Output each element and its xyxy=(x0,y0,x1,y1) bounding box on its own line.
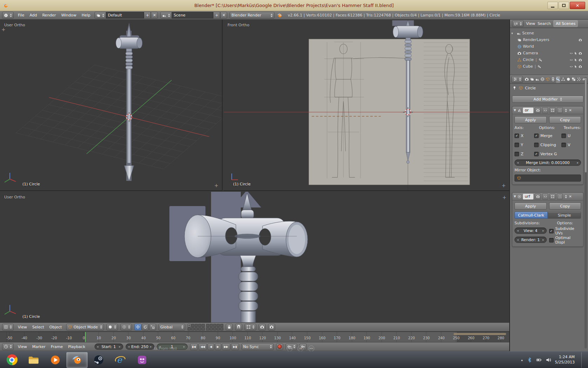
decrement-icon[interactable]: ◂ xyxy=(128,345,130,348)
menu-search[interactable]: Search xyxy=(538,21,551,26)
checkbox-texture-v[interactable]: V xyxy=(561,141,581,148)
decrement-icon[interactable]: ◂ xyxy=(517,238,519,241)
editor-type-button[interactable] xyxy=(2,343,14,350)
tab-render[interactable] xyxy=(524,76,529,83)
outliner-row-camera[interactable]: Camera xyxy=(511,50,587,56)
toggle-editmode-button[interactable] xyxy=(550,107,555,113)
toggle-render-button[interactable] xyxy=(535,107,541,113)
menu-item[interactable]: Marker xyxy=(32,345,46,349)
subsurf-modifier-header[interactable]: ▼ urf ✕ xyxy=(512,193,583,200)
volume-icon[interactable] xyxy=(546,357,551,363)
restrict-select-icon[interactable] xyxy=(574,52,578,55)
move-modifier-buttons[interactable] xyxy=(565,109,567,112)
playback-button[interactable]: ◀ xyxy=(208,343,214,350)
tab-constraints[interactable] xyxy=(551,76,555,83)
viewport-user-ortho-top[interactable]: User Ortho (1) Circle + + xyxy=(0,20,223,191)
restrict-select-icon[interactable] xyxy=(574,65,578,68)
mirror-modifier-header[interactable]: ▼ or ✕ xyxy=(512,107,583,114)
menu-item[interactable]: Help xyxy=(82,13,90,18)
minimize-button[interactable] xyxy=(547,2,558,9)
menu-item[interactable]: Object xyxy=(49,325,62,329)
increment-icon[interactable]: ▸ xyxy=(542,229,544,232)
copy-button[interactable]: Copy xyxy=(549,116,581,123)
manipulator-scale-button[interactable] xyxy=(149,324,156,330)
menu-item[interactable]: Playback xyxy=(68,345,85,349)
taskbar-clock[interactable]: 1:24 AM 5/25/2013 xyxy=(555,355,575,365)
taskbar-ie-button[interactable] xyxy=(110,352,131,368)
checkbox-vertex-groups[interactable]: ✓ Vertex G xyxy=(534,150,560,157)
toggle-cage-button[interactable] xyxy=(557,107,563,113)
restrict-view-icon[interactable] xyxy=(569,65,573,68)
keying-set-dropdown[interactable] xyxy=(286,343,297,350)
editor-type-button[interactable] xyxy=(2,12,14,19)
taskbar-blender-button[interactable] xyxy=(66,352,88,368)
toggle-realtime-button[interactable] xyxy=(542,107,548,113)
editor-type-button[interactable] xyxy=(512,20,524,27)
outliner-row-cube[interactable]: Cube | xyxy=(511,63,587,70)
modifier-name-field[interactable]: or xyxy=(523,108,533,113)
pivot-center-dropdown[interactable] xyxy=(120,324,132,330)
area-options-icon[interactable]: + xyxy=(502,195,506,200)
modifier-name-field[interactable]: urf xyxy=(523,194,533,199)
frame-start-field[interactable]: ◂ Start: 1 ▸ xyxy=(94,343,123,350)
subdivision-type-catmull-clark-button[interactable]: Catmull-Clark xyxy=(514,212,548,219)
timeline-scrollbar[interactable] xyxy=(454,333,506,335)
layers-widget[interactable] xyxy=(188,324,223,330)
close-button[interactable]: ✕ xyxy=(570,2,585,9)
area-options-icon[interactable]: + xyxy=(214,183,218,188)
tab-scene[interactable] xyxy=(535,76,540,83)
transform-orientation-dropdown[interactable]: Global xyxy=(159,324,185,330)
tab-particles[interactable] xyxy=(576,76,581,83)
taskbar-purple-app-button[interactable] xyxy=(132,352,153,368)
bluetooth-icon[interactable] xyxy=(527,357,532,363)
increment-icon[interactable]: ▸ xyxy=(577,161,579,164)
lock-to-scene-button[interactable] xyxy=(226,324,233,330)
scene-browse-button[interactable] xyxy=(160,12,172,19)
collapse-icon[interactable]: ▼ xyxy=(514,195,516,198)
playback-button[interactable]: ▶▮ xyxy=(231,343,239,350)
checkbox-axis-z[interactable]: Z xyxy=(514,150,533,157)
restrict-view-icon[interactable] xyxy=(569,58,573,62)
subdivisions-render-field[interactable]: ◂ Render: 1 ▸ xyxy=(514,237,547,243)
playback-button[interactable]: ▶ xyxy=(215,343,221,350)
battery-icon[interactable] xyxy=(536,357,542,363)
delete-modifier-button[interactable]: ✕ xyxy=(569,195,572,198)
subdivision-type-simple-button[interactable]: Simple xyxy=(548,212,581,219)
add-modifier-button[interactable]: Add Modifier xyxy=(512,96,583,103)
properties-scrollbar[interactable] xyxy=(584,77,587,348)
insert-keyframe-button[interactable] xyxy=(300,343,307,350)
outliner-row-world[interactable]: World xyxy=(511,43,587,50)
timeline-ruler[interactable]: -50-40-30-20-100102030405060708090100110… xyxy=(0,332,509,342)
scrollbar-thumb[interactable] xyxy=(585,78,587,172)
toggle-realtime-button[interactable] xyxy=(542,193,548,199)
restrict-render-icon[interactable] xyxy=(579,38,582,42)
increment-icon[interactable]: ▸ xyxy=(542,238,544,241)
taskbar-steam-button[interactable] xyxy=(88,352,109,368)
restrict-render-icon[interactable] xyxy=(579,58,582,62)
restrict-render-icon[interactable] xyxy=(579,65,582,68)
toggle-editmode-button[interactable] xyxy=(550,193,555,199)
opengl-render-anim-button[interactable] xyxy=(268,324,275,330)
tab-modifiers[interactable] xyxy=(556,76,561,83)
viewport-shading-dropdown[interactable] xyxy=(106,324,118,330)
checkbox-axis-y[interactable]: Y xyxy=(514,141,533,148)
manipulator-translate-button[interactable] xyxy=(134,324,141,330)
scene-name-field[interactable]: Scene xyxy=(172,12,213,19)
menu-item[interactable]: View xyxy=(18,325,27,329)
playback-button[interactable]: ◀◀ xyxy=(198,343,207,350)
checkbox-optimal-display[interactable]: Optimal Displ xyxy=(549,237,581,244)
checkbox-subdivide-uvs[interactable]: ✓ Subdivide UVs xyxy=(549,227,581,234)
outliner-row-scene[interactable]: ▾ Scene xyxy=(511,30,587,36)
frame-end-field[interactable]: ◂ End: 250 ▸ xyxy=(126,343,154,350)
current-frame-field[interactable]: ◂ 1 ▸ xyxy=(157,343,188,350)
taskbar-media-player-button[interactable] xyxy=(45,352,66,368)
menu-item[interactable]: Frame xyxy=(51,345,63,349)
merge-limit-slider[interactable]: ◂ Merge Limit: 0.001000 ▸ xyxy=(514,159,581,166)
checkbox-texture-u[interactable]: U xyxy=(561,132,581,139)
layout-add-button[interactable]: + xyxy=(144,12,151,19)
collapse-icon[interactable]: ▼ xyxy=(514,109,516,112)
tab-world[interactable] xyxy=(540,76,545,83)
restrict-view-icon[interactable] xyxy=(569,52,573,55)
menu-item[interactable]: Add xyxy=(29,13,37,18)
tab-object-data[interactable] xyxy=(561,76,566,83)
